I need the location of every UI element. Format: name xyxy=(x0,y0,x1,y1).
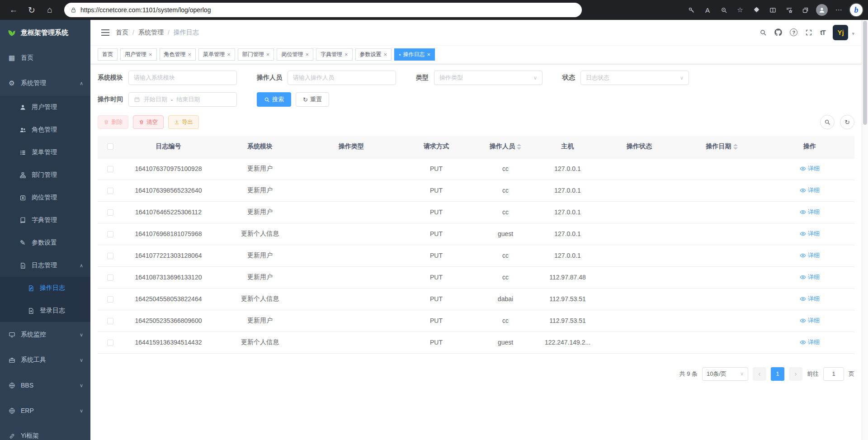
help-icon[interactable]: ? xyxy=(790,28,797,36)
sidebar-item-system-management[interactable]: ⚙ 系统管理 ∧ xyxy=(0,71,90,96)
module-input[interactable]: 请输入系统模块 xyxy=(128,71,237,85)
password-key-icon[interactable] xyxy=(684,3,699,17)
sidebar-item-operation-log[interactable]: 操作日志 xyxy=(0,277,90,299)
font-size-icon[interactable]: tT xyxy=(820,29,825,36)
more-options-icon[interactable]: ⋯ xyxy=(831,3,846,17)
prev-page-button[interactable]: ‹ xyxy=(753,367,766,381)
sidebar-item-role-management[interactable]: 角色管理 xyxy=(0,118,90,141)
tab-post-management[interactable]: 岗位管理 × xyxy=(277,48,313,61)
detail-link[interactable]: 详细 xyxy=(800,186,820,194)
scrollbar-thumb[interactable] xyxy=(863,21,867,125)
tab-dept-management[interactable]: 部门管理 × xyxy=(238,48,274,61)
delete-button[interactable]: 删除 xyxy=(98,115,128,129)
detail-link[interactable]: 详细 xyxy=(800,208,820,216)
row-checkbox[interactable] xyxy=(107,231,113,237)
breadcrumb-home[interactable]: 首页 xyxy=(116,28,128,37)
next-page-button[interactable]: › xyxy=(789,367,802,381)
close-icon[interactable]: × xyxy=(227,52,231,57)
tab-home[interactable]: 首页 xyxy=(98,48,118,61)
sidebar-item-login-log[interactable]: 登录日志 xyxy=(0,299,90,322)
column-header-operator[interactable]: 操作人员 xyxy=(476,136,535,158)
detail-link[interactable]: 详细 xyxy=(800,317,820,325)
zoom-icon[interactable] xyxy=(716,3,731,17)
close-icon[interactable]: × xyxy=(266,52,270,57)
search-icon[interactable] xyxy=(760,29,767,36)
toggle-search-button[interactable] xyxy=(820,115,835,129)
operator-input[interactable]: 请输入操作人员 xyxy=(288,71,396,85)
select-all-checkbox[interactable] xyxy=(107,143,113,150)
row-checkbox[interactable] xyxy=(107,209,113,216)
sidebar-item-yi-framework[interactable]: Yi框架 xyxy=(0,423,90,440)
breadcrumb-system[interactable]: 系统管理 xyxy=(138,28,164,37)
sort-carets-icon[interactable] xyxy=(517,144,521,150)
detail-link[interactable]: 详细 xyxy=(800,273,820,281)
page-size-select[interactable]: 10条/页 ∨ xyxy=(702,367,748,381)
sidebar-item-system-monitor[interactable]: 系统监控 ∨ xyxy=(0,322,90,347)
close-icon[interactable]: × xyxy=(188,52,192,57)
detail-link[interactable]: 详细 xyxy=(800,165,820,173)
user-avatar[interactable]: Yj xyxy=(833,25,848,40)
row-checkbox[interactable] xyxy=(107,274,113,281)
sort-carets-icon[interactable] xyxy=(733,144,738,150)
profile-avatar[interactable] xyxy=(816,4,828,16)
clear-button[interactable]: 清空 xyxy=(133,115,164,129)
row-checkbox[interactable] xyxy=(107,318,113,324)
browser-refresh-button[interactable]: ↻ xyxy=(24,2,40,18)
close-icon[interactable]: × xyxy=(384,52,387,57)
sidebar-item-system-tools[interactable]: 系统工具 ∨ xyxy=(0,347,90,373)
sidebar-item-dept-management[interactable]: 部门管理 xyxy=(0,164,90,186)
status-select[interactable]: 日志状态 ∨ xyxy=(580,71,689,85)
favorites-add-icon[interactable]: ☆ xyxy=(732,3,748,17)
tab-role-management[interactable]: 角色管理 × xyxy=(160,48,196,61)
browser-back-button[interactable]: ← xyxy=(5,2,22,18)
window-scrollbar[interactable] xyxy=(862,20,868,440)
date-range-picker[interactable]: 开始日期 - 结束日期 xyxy=(128,92,237,107)
search-button[interactable]: 搜索 xyxy=(257,92,291,107)
refresh-table-button[interactable]: ↻ xyxy=(840,115,854,129)
sidebar-item-post-management[interactable]: 岗位管理 xyxy=(0,186,90,209)
goto-page-input[interactable] xyxy=(823,367,844,381)
tab-operation-log[interactable]: ● 操作日志 × xyxy=(394,48,435,61)
close-icon[interactable]: × xyxy=(344,52,348,57)
detail-link[interactable]: 详细 xyxy=(800,230,820,238)
collections-icon[interactable] xyxy=(797,3,813,17)
favorites-bar-icon[interactable] xyxy=(781,3,797,17)
browser-home-button[interactable]: ⌂ xyxy=(42,2,58,18)
type-select[interactable]: 操作类型 ∨ xyxy=(434,71,542,85)
avatar-caret-icon[interactable]: ▾ xyxy=(852,31,854,40)
sidebar-item-home[interactable]: ▦ 首页 xyxy=(0,45,90,71)
sidebar-item-user-management[interactable]: 用户管理 xyxy=(0,96,90,118)
close-icon[interactable]: × xyxy=(149,52,152,57)
sidebar-item-dict-management[interactable]: 字典管理 xyxy=(0,209,90,232)
row-checkbox[interactable] xyxy=(107,188,113,194)
sidebar-item-log-management[interactable]: 日志管理 ∧ xyxy=(0,254,90,277)
address-bar[interactable]: https://ccnetcore.com:1101/system/log/op… xyxy=(64,3,582,17)
sidebar-toggle-icon[interactable] xyxy=(98,25,113,40)
read-aloud-icon[interactable]: A xyxy=(700,3,715,17)
tab-param-settings[interactable]: 参数设置 × xyxy=(355,48,392,61)
detail-link[interactable]: 详细 xyxy=(800,295,820,303)
row-checkbox[interactable] xyxy=(107,253,113,259)
sidebar-item-erp[interactable]: ERP ∨ xyxy=(0,398,90,423)
close-icon[interactable]: × xyxy=(305,52,309,57)
row-checkbox[interactable] xyxy=(107,166,113,172)
close-icon[interactable]: × xyxy=(427,52,430,57)
extensions-icon[interactable] xyxy=(749,3,764,17)
fullscreen-icon[interactable] xyxy=(805,29,812,36)
sidebar-item-param-settings[interactable]: ✎ 参数设置 xyxy=(0,232,90,254)
split-screen-icon[interactable] xyxy=(765,3,780,17)
sidebar-item-menu-management[interactable]: 菜单管理 xyxy=(0,141,90,164)
detail-link[interactable]: 详细 xyxy=(800,338,820,346)
tab-menu-management[interactable]: 菜单管理 × xyxy=(198,48,235,61)
sidebar-item-bbs[interactable]: BBS ∨ xyxy=(0,373,90,398)
row-checkbox[interactable] xyxy=(107,340,113,346)
column-header-date[interactable]: 操作日期 xyxy=(679,136,765,158)
reset-button[interactable]: ↻ 重置 xyxy=(296,92,329,107)
app-logo[interactable]: 意框架管理系统 xyxy=(0,20,90,45)
tab-user-management[interactable]: 用户管理 × xyxy=(120,48,157,61)
github-icon[interactable] xyxy=(774,28,782,36)
copilot-icon[interactable]: b xyxy=(850,4,863,16)
export-button[interactable]: 导出 xyxy=(168,115,199,129)
detail-link[interactable]: 详细 xyxy=(800,251,820,260)
page-number-button[interactable]: 1 xyxy=(771,367,784,381)
